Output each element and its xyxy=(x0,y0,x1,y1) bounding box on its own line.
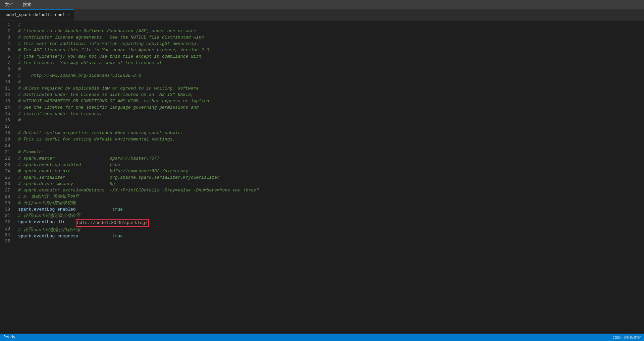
code-line: # This is useful for setting default env… xyxy=(14,136,644,143)
config-value-highlight: hdfs://node1:8020/sparklog/ xyxy=(76,219,149,227)
code-line: spark.eventLog.enabled true xyxy=(14,206,644,213)
code-area[interactable]: ## Licensed to the Apache Software Found… xyxy=(14,21,644,334)
code-line: spark.eventLog.dir hdfs://node1:8020/spa… xyxy=(14,219,644,227)
chinese-comment-text: # 设置spark日志是否自动压缩 xyxy=(18,227,80,233)
line-number: 3 xyxy=(3,34,10,41)
code-line: # 设置spark日志是否自动压缩 xyxy=(14,227,644,233)
comment-text: # xyxy=(18,66,21,72)
comment-text: # The ASF licenses this file to You unde… xyxy=(18,47,209,53)
menu-file[interactable]: 文件 xyxy=(3,1,15,8)
code-line xyxy=(14,143,644,149)
comment-text: # http://www.apache.org/licenses/LICENSE… xyxy=(18,72,141,79)
line-number: 6 xyxy=(3,53,10,60)
code-line: # spark.serializer org.apache.spark.seri… xyxy=(14,174,644,181)
comment-text: # spark.serializer org.apache.spark.seri… xyxy=(18,174,220,181)
line-number: 15 xyxy=(3,111,10,117)
line-number: 34 xyxy=(3,232,10,238)
comment-text: # spark.eventLog.enabled true xyxy=(18,162,120,168)
editor-tab[interactable]: node1_spark-defaults.conf × xyxy=(0,9,74,20)
comment-text: # This is useful for setting default env… xyxy=(18,136,175,143)
code-line: # contributor license agreements. See th… xyxy=(14,34,644,41)
line-number: 9 xyxy=(3,72,10,79)
comment-text: # limitations under the License. xyxy=(18,111,102,117)
config-value: true xyxy=(112,233,123,239)
code-line: # spark.master spark://master:7077 xyxy=(14,155,644,162)
line-number: 1 xyxy=(3,21,10,28)
code-line xyxy=(14,239,644,246)
comment-text: # (the "License"); you may not use this … xyxy=(18,53,201,60)
line-number: 32 xyxy=(3,219,10,225)
comment-text: # Default system properties included whe… xyxy=(18,130,183,136)
line-number: 27 xyxy=(3,187,10,193)
line-number: 7 xyxy=(3,60,10,66)
code-line: # spark.eventLog.dir hdfs://namenode:802… xyxy=(14,168,644,174)
line-number: 17 xyxy=(3,123,10,130)
comment-text: # spark.eventLog.dir hdfs://namenode:802… xyxy=(18,168,188,174)
code-line: # http://www.apache.org/licenses/LICENSE… xyxy=(14,72,644,79)
status-left: Ready xyxy=(3,335,15,340)
chinese-comment-text: # 设置spark日志记录存储位置 xyxy=(18,213,80,219)
menu-bar: 文件 搜索 xyxy=(0,0,644,9)
comment-text: # WITHOUT WARRANTIES OR CONDITIONS OF AN… xyxy=(18,98,212,104)
code-line: # 开启spark的日期记录功能 xyxy=(14,200,644,206)
comment-text: # Example: xyxy=(18,149,44,155)
line-number: 8 xyxy=(3,66,10,72)
config-property: spark.eventLog.dir xyxy=(18,219,65,225)
comment-text: # xyxy=(18,21,21,28)
code-line: # Example: xyxy=(14,149,644,155)
code-line: # spark.executor.extraJavaOptions -XX:+P… xyxy=(14,187,644,193)
status-ready: Ready xyxy=(3,335,15,340)
code-line: # spark.eventLog.enabled true xyxy=(14,162,644,168)
line-number: 5 xyxy=(3,47,10,53)
comment-text: # See the License for the specific langu… xyxy=(18,104,199,111)
code-line: # Licensed to the Apache Software Founda… xyxy=(14,28,644,34)
line-number: 24 xyxy=(3,168,10,174)
comment-text: # Licensed to the Apache Software Founda… xyxy=(18,28,196,34)
line-numbers: 1234567891011121314151617181920212223242… xyxy=(0,21,14,334)
tab-close-button[interactable]: × xyxy=(67,13,70,17)
comment-text: # spark.driver.memory 5g xyxy=(18,181,115,187)
comment-text: # Unless required by applicable law or a… xyxy=(18,85,199,92)
line-number: 35 xyxy=(3,238,10,244)
code-line: # See the License for the specific langu… xyxy=(14,104,644,111)
code-line: # xyxy=(14,66,644,72)
code-line: spark.eventLog.compress true xyxy=(14,233,644,239)
comment-text: # xyxy=(18,117,21,123)
line-number: 25 xyxy=(3,174,10,181)
code-line: # xyxy=(14,117,644,123)
line-number: 21 xyxy=(3,149,10,155)
config-property: spark.eventLog.enabled xyxy=(18,206,76,213)
code-line: # limitations under the License. xyxy=(14,111,644,117)
code-line: # The ASF licenses this file to You unde… xyxy=(14,47,644,53)
tab-label: node1_spark-defaults.conf xyxy=(4,13,65,17)
tab-bar: node1_spark-defaults.conf × xyxy=(0,9,644,21)
code-line: # Unless required by applicable law or a… xyxy=(14,85,644,92)
code-line xyxy=(14,123,644,130)
line-number: 2 xyxy=(3,28,10,34)
menu-search[interactable]: 搜索 xyxy=(21,1,34,8)
code-line: # xyxy=(14,79,644,85)
code-line: # spark.driver.memory 5g xyxy=(14,181,644,187)
code-line: # 2. 修改内容，追加如下内容 xyxy=(14,193,644,200)
status-bar: Ready CSDN @梁折趣货 xyxy=(0,334,644,341)
line-number: 22 xyxy=(3,155,10,162)
config-value: true xyxy=(112,206,123,213)
comment-text: # distributed under the License is distr… xyxy=(18,92,194,98)
code-line: # the License. You may obtain a copy of … xyxy=(14,60,644,66)
line-number: 16 xyxy=(3,117,10,123)
line-number: 33 xyxy=(3,225,10,232)
code-line: # this work for additional information r… xyxy=(14,41,644,47)
code-line: # WITHOUT WARRANTIES OR CONDITIONS OF AN… xyxy=(14,98,644,104)
line-number: 18 xyxy=(3,130,10,136)
line-number: 19 xyxy=(3,136,10,143)
comment-text: # spark.master spark://master:7077 xyxy=(18,155,159,162)
chinese-comment-text: # 2. 修改内容，追加如下内容 xyxy=(18,193,79,200)
comment-text: # xyxy=(18,79,21,85)
line-number: 13 xyxy=(3,98,10,104)
code-line: # 设置spark日志记录存储位置 xyxy=(14,213,644,219)
comment-text: # contributor license agreements. See th… xyxy=(18,34,204,41)
line-number: 10 xyxy=(3,79,10,85)
line-number: 12 xyxy=(3,92,10,98)
comment-text: # this work for additional information r… xyxy=(18,41,199,47)
line-number: 30 xyxy=(3,206,10,213)
